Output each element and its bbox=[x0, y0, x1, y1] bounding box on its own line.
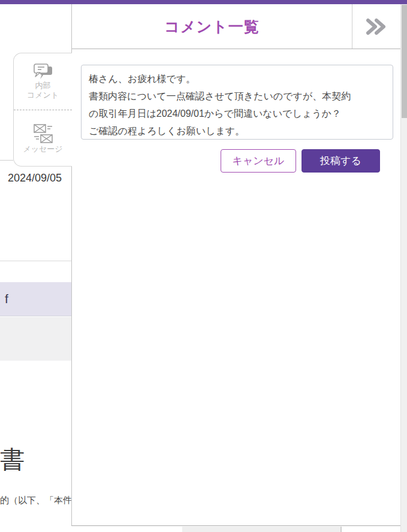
tab-internal-comment-label: 内部 コメント bbox=[27, 81, 59, 100]
panel-title-area: コメント一覧 bbox=[72, 4, 352, 49]
page-bottom-strip-divider bbox=[340, 527, 342, 532]
underlay-divider-stub bbox=[0, 160, 13, 161]
speech-bubbles-icon bbox=[32, 63, 55, 81]
cancel-button[interactable]: キャンセル bbox=[221, 149, 296, 173]
envelopes-icon bbox=[31, 123, 55, 144]
comment-panel-header: コメント一覧 bbox=[72, 4, 400, 49]
panel-title: コメント一覧 bbox=[164, 17, 259, 37]
double-chevron-right-icon bbox=[365, 18, 388, 35]
comment-tab-rail: 内部 コメント メッセージ bbox=[13, 53, 72, 167]
document-heading-fragment: 書 bbox=[0, 443, 25, 476]
selected-file-row[interactable]: f bbox=[0, 282, 72, 316]
file-name-fragment: f bbox=[0, 292, 8, 306]
vertical-scrollbar-thumb[interactable] bbox=[402, 5, 407, 118]
top-accent-bar bbox=[0, 0, 407, 4]
submit-comment-button[interactable]: 投稿する bbox=[302, 149, 380, 173]
app-screen: 内部 コメント メッセージ bbox=[0, 0, 407, 532]
underlay-section-divider bbox=[0, 261, 72, 261]
page-bottom-strip bbox=[182, 527, 340, 532]
tab-internal-comment[interactable]: 内部 コメント bbox=[14, 53, 72, 110]
tab-message[interactable]: メッセージ bbox=[14, 110, 72, 167]
tab-message-label: メッセージ bbox=[23, 144, 62, 154]
collapse-panel-button[interactable] bbox=[352, 4, 400, 49]
comment-panel: コメント一覧 椿さん、お疲れ様です。 書類内容について一点確認させて頂きたいので… bbox=[71, 4, 400, 526]
vertical-scrollbar-track[interactable] bbox=[400, 4, 407, 532]
comment-input[interactable]: 椿さん、お疲れ様です。 書類内容について一点確認させて頂きたいのですが、本契約 … bbox=[81, 65, 393, 140]
comment-date: 2024/09/05 bbox=[8, 172, 62, 185]
document-text-fragment: 的（以下、「本件目的 bbox=[0, 495, 71, 506]
file-row[interactable] bbox=[0, 317, 72, 361]
